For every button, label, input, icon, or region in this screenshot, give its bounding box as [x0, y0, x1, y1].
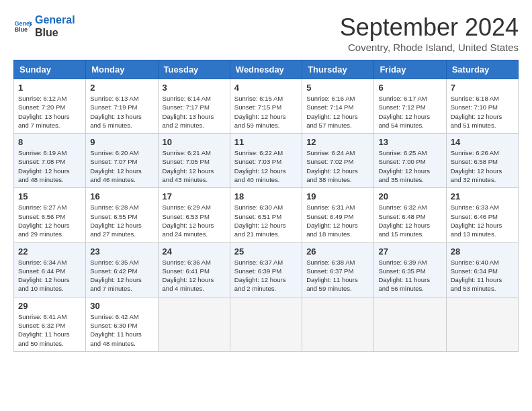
calendar-day-cell: [230, 297, 302, 351]
day-number: 8: [18, 137, 81, 147]
logo-line1: General: [35, 13, 75, 26]
day-info: Sunrise: 6:20 AM Sunset: 7:07 PM Dayligh…: [90, 148, 153, 184]
weekday-header: Monday: [86, 60, 158, 79]
calendar-day-cell: 10 Sunrise: 6:21 AM Sunset: 7:05 PM Dayl…: [158, 134, 230, 188]
calendar-day-cell: 7 Sunrise: 6:18 AM Sunset: 7:10 PM Dayli…: [446, 79, 518, 134]
day-number: 12: [306, 137, 369, 147]
day-number: 14: [451, 137, 514, 147]
day-number: 11: [234, 137, 298, 147]
calendar-week-row: 29 Sunrise: 6:41 AM Sunset: 6:32 PM Dayl…: [14, 297, 519, 351]
calendar-day-cell: 21 Sunrise: 6:33 AM Sunset: 6:46 PM Dayl…: [446, 188, 518, 242]
calendar-day-cell: 16 Sunrise: 6:28 AM Sunset: 6:55 PM Dayl…: [86, 188, 158, 242]
day-info: Sunrise: 6:37 AM Sunset: 6:39 PM Dayligh…: [234, 258, 298, 293]
day-number: 13: [378, 137, 441, 147]
calendar-day-cell: 9 Sunrise: 6:20 AM Sunset: 7:07 PM Dayli…: [86, 134, 158, 188]
day-info: Sunrise: 6:12 AM Sunset: 7:20 PM Dayligh…: [18, 94, 81, 130]
title-block: September 2024 Coventry, Rhode Island, U…: [340, 13, 519, 53]
calendar-day-cell: 24 Sunrise: 6:36 AM Sunset: 6:41 PM Dayl…: [158, 242, 230, 297]
calendar-day-cell: 17 Sunrise: 6:29 AM Sunset: 6:53 PM Dayl…: [158, 188, 230, 242]
day-number: 22: [18, 246, 81, 257]
day-info: Sunrise: 6:28 AM Sunset: 6:55 PM Dayligh…: [90, 203, 153, 238]
day-number: 19: [306, 191, 369, 201]
day-number: 6: [378, 83, 441, 93]
day-number: 7: [451, 83, 514, 93]
location: Coventry, Rhode Island, United States: [340, 42, 519, 53]
day-number: 4: [234, 83, 298, 93]
calendar-week-row: 15 Sunrise: 6:27 AM Sunset: 6:56 PM Dayl…: [14, 188, 519, 242]
calendar-day-cell: [302, 297, 374, 351]
calendar-day-cell: 5 Sunrise: 6:16 AM Sunset: 7:14 PM Dayli…: [302, 79, 374, 134]
day-number: 15: [18, 191, 81, 201]
calendar-day-cell: 20 Sunrise: 6:32 AM Sunset: 6:48 PM Dayl…: [374, 188, 446, 242]
day-info: Sunrise: 6:36 AM Sunset: 6:41 PM Dayligh…: [163, 258, 226, 293]
calendar-day-cell: 4 Sunrise: 6:15 AM Sunset: 7:15 PM Dayli…: [230, 79, 302, 134]
weekday-header-row: SundayMondayTuesdayWednesdayThursdayFrid…: [14, 60, 519, 79]
calendar-day-cell: 25 Sunrise: 6:37 AM Sunset: 6:39 PM Dayl…: [230, 242, 302, 297]
logo: General Blue General Blue: [13, 13, 75, 39]
calendar-day-cell: 29 Sunrise: 6:41 AM Sunset: 6:32 PM Dayl…: [14, 297, 86, 351]
day-info: Sunrise: 6:29 AM Sunset: 6:53 PM Dayligh…: [163, 203, 226, 238]
day-number: 30: [90, 301, 153, 311]
page-header: General Blue General Blue September 2024…: [13, 13, 519, 53]
calendar-day-cell: 14 Sunrise: 6:26 AM Sunset: 6:58 PM Dayl…: [446, 134, 518, 188]
day-number: 18: [234, 191, 298, 201]
day-info: Sunrise: 6:39 AM Sunset: 6:35 PM Dayligh…: [378, 258, 441, 293]
day-info: Sunrise: 6:34 AM Sunset: 6:44 PM Dayligh…: [18, 258, 81, 293]
day-number: 3: [163, 83, 226, 93]
day-number: 5: [306, 83, 369, 93]
logo-icon: General Blue: [13, 17, 32, 36]
day-info: Sunrise: 6:18 AM Sunset: 7:10 PM Dayligh…: [451, 94, 514, 130]
day-number: 25: [234, 246, 298, 257]
day-info: Sunrise: 6:22 AM Sunset: 7:03 PM Dayligh…: [234, 148, 298, 184]
calendar-week-row: 22 Sunrise: 6:34 AM Sunset: 6:44 PM Dayl…: [14, 242, 519, 297]
day-info: Sunrise: 6:41 AM Sunset: 6:32 PM Dayligh…: [18, 312, 81, 348]
calendar-day-cell: 26 Sunrise: 6:38 AM Sunset: 6:37 PM Dayl…: [302, 242, 374, 297]
day-number: 9: [90, 137, 153, 147]
svg-text:Blue: Blue: [14, 27, 28, 34]
svg-text:General: General: [14, 20, 32, 27]
day-info: Sunrise: 6:42 AM Sunset: 6:30 PM Dayligh…: [90, 312, 153, 348]
day-info: Sunrise: 6:31 AM Sunset: 6:49 PM Dayligh…: [306, 203, 369, 238]
day-info: Sunrise: 6:16 AM Sunset: 7:14 PM Dayligh…: [306, 94, 369, 130]
day-info: Sunrise: 6:27 AM Sunset: 6:56 PM Dayligh…: [18, 203, 81, 238]
day-number: 17: [163, 191, 226, 201]
calendar-day-cell: 19 Sunrise: 6:31 AM Sunset: 6:49 PM Dayl…: [302, 188, 374, 242]
day-number: 29: [18, 301, 81, 311]
day-info: Sunrise: 6:26 AM Sunset: 6:58 PM Dayligh…: [451, 148, 514, 184]
calendar-day-cell: 13 Sunrise: 6:25 AM Sunset: 7:00 PM Dayl…: [374, 134, 446, 188]
calendar-day-cell: 6 Sunrise: 6:17 AM Sunset: 7:12 PM Dayli…: [374, 79, 446, 134]
day-info: Sunrise: 6:38 AM Sunset: 6:37 PM Dayligh…: [306, 258, 369, 293]
calendar-table: SundayMondayTuesdayWednesdayThursdayFrid…: [13, 60, 519, 352]
calendar-day-cell: 8 Sunrise: 6:19 AM Sunset: 7:08 PM Dayli…: [14, 134, 86, 188]
day-number: 28: [451, 246, 514, 257]
day-info: Sunrise: 6:32 AM Sunset: 6:48 PM Dayligh…: [378, 203, 441, 238]
calendar-day-cell: 23 Sunrise: 6:35 AM Sunset: 6:42 PM Dayl…: [86, 242, 158, 297]
day-info: Sunrise: 6:35 AM Sunset: 6:42 PM Dayligh…: [90, 258, 153, 293]
calendar-day-cell: 3 Sunrise: 6:14 AM Sunset: 7:17 PM Dayli…: [158, 79, 230, 134]
day-number: 2: [90, 83, 153, 93]
logo-line2: Blue: [35, 26, 75, 39]
month-title: September 2024: [340, 13, 519, 42]
day-info: Sunrise: 6:30 AM Sunset: 6:51 PM Dayligh…: [234, 203, 298, 238]
calendar-day-cell: 1 Sunrise: 6:12 AM Sunset: 7:20 PM Dayli…: [14, 79, 86, 134]
day-number: 16: [90, 191, 153, 201]
day-info: Sunrise: 6:21 AM Sunset: 7:05 PM Dayligh…: [163, 148, 226, 184]
day-info: Sunrise: 6:33 AM Sunset: 6:46 PM Dayligh…: [451, 203, 514, 238]
calendar-day-cell: 15 Sunrise: 6:27 AM Sunset: 6:56 PM Dayl…: [14, 188, 86, 242]
day-info: Sunrise: 6:13 AM Sunset: 7:19 PM Dayligh…: [90, 94, 153, 130]
weekday-header: Tuesday: [158, 60, 230, 79]
weekday-header: Saturday: [446, 60, 518, 79]
day-info: Sunrise: 6:17 AM Sunset: 7:12 PM Dayligh…: [378, 94, 441, 130]
calendar-day-cell: 11 Sunrise: 6:22 AM Sunset: 7:03 PM Dayl…: [230, 134, 302, 188]
calendar-day-cell: [446, 297, 518, 351]
day-number: 24: [163, 246, 226, 257]
weekday-header: Thursday: [302, 60, 374, 79]
day-info: Sunrise: 6:14 AM Sunset: 7:17 PM Dayligh…: [163, 94, 226, 130]
day-number: 20: [378, 191, 441, 201]
calendar-day-cell: 2 Sunrise: 6:13 AM Sunset: 7:19 PM Dayli…: [86, 79, 158, 134]
day-number: 23: [90, 246, 153, 257]
weekday-header: Friday: [374, 60, 446, 79]
calendar-day-cell: 22 Sunrise: 6:34 AM Sunset: 6:44 PM Dayl…: [14, 242, 86, 297]
day-info: Sunrise: 6:19 AM Sunset: 7:08 PM Dayligh…: [18, 148, 81, 184]
weekday-header: Sunday: [14, 60, 86, 79]
